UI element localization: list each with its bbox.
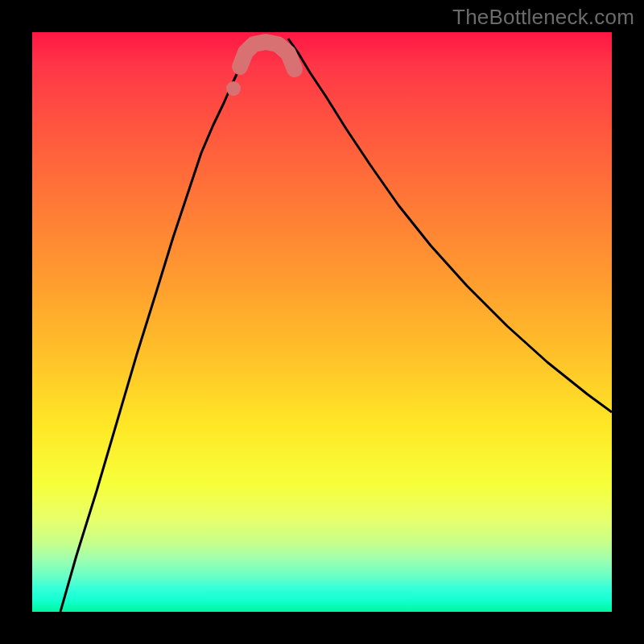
watermark-text: TheBottleneck.com xyxy=(452,5,634,30)
chart-frame: TheBottleneck.com xyxy=(0,0,644,644)
points-group xyxy=(226,81,241,96)
series-trough-marker xyxy=(240,42,295,69)
series-curve-right xyxy=(288,39,612,412)
series-group xyxy=(60,39,612,612)
point-dot-left xyxy=(226,81,241,96)
plot-area xyxy=(32,32,612,612)
plot-svg xyxy=(32,32,612,612)
series-curve-left xyxy=(60,39,250,612)
